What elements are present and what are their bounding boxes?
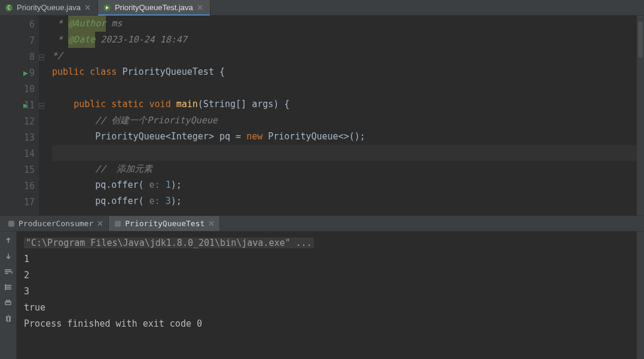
close-icon[interactable] xyxy=(197,4,204,11)
trash-icon[interactable] xyxy=(2,312,15,325)
class-icon: C xyxy=(5,4,13,12)
run-tab-producerconsumer[interactable]: ProducerConsumer xyxy=(2,216,109,231)
console-scrollbar[interactable] xyxy=(637,232,644,359)
svg-rect-8 xyxy=(8,221,14,227)
svg-text:C: C xyxy=(7,5,10,11)
run-tool-window: ProducerConsumer PriorityQueueTest "C:\P… xyxy=(0,215,644,359)
app-icon xyxy=(114,220,122,228)
console-line: 2 xyxy=(24,267,631,284)
close-icon[interactable] xyxy=(96,220,103,227)
close-icon[interactable] xyxy=(84,4,91,11)
run-toolbar xyxy=(0,232,17,359)
soft-wrap-icon[interactable] xyxy=(2,265,15,278)
app-icon xyxy=(7,220,16,228)
console-line: 3 xyxy=(24,284,631,300)
editor-tab-bar: C PriorityQueue.java PriorityQueueTest.j… xyxy=(0,0,644,16)
console-line: 1 xyxy=(24,251,631,267)
code-area[interactable]: * @Author ms * @Date 2023-10-24 18:47 */… xyxy=(39,16,644,215)
run-tab-label: ProducerConsumer xyxy=(19,219,93,228)
run-tab-label: PriorityQueueTest xyxy=(125,219,205,228)
svg-rect-9 xyxy=(115,221,121,227)
close-icon[interactable] xyxy=(207,220,215,227)
run-tab-bar: ProducerConsumer PriorityQueueTest xyxy=(0,216,644,232)
scroll-up-icon[interactable] xyxy=(2,234,15,247)
command-line: "C:\Program Files\Java\jdk1.8.0_201\bin\… xyxy=(24,238,314,248)
editor-area[interactable]: 6 7 8 9 10 11 12 13 14 15 16 17 * @Autho… xyxy=(0,16,644,215)
tab-priorityqueuetest[interactable]: PriorityQueueTest.java xyxy=(98,0,210,15)
scrollbar-thumb[interactable] xyxy=(638,22,643,57)
tab-label: PriorityQueue.java xyxy=(17,3,81,12)
editor-gutter: 6 7 8 9 10 11 12 13 14 15 16 17 xyxy=(0,16,39,215)
run-tab-priorityqueuetest[interactable]: PriorityQueueTest xyxy=(109,216,220,231)
run-icon[interactable] xyxy=(23,71,29,77)
print-icon[interactable] xyxy=(2,296,15,309)
console-line: true xyxy=(24,300,631,316)
editor-scrollbar[interactable] xyxy=(637,16,644,215)
svg-marker-5 xyxy=(23,71,28,76)
scroll-down-icon[interactable] xyxy=(2,250,15,263)
class-run-icon xyxy=(103,4,111,12)
console-output[interactable]: "C:\Program Files\Java\jdk1.8.0_201\bin\… xyxy=(17,232,637,359)
svg-marker-6 xyxy=(23,104,28,108)
console-line: Process finished with exit code 0 xyxy=(24,316,631,332)
tab-label: PriorityQueueTest.java xyxy=(115,3,193,12)
run-icon[interactable] xyxy=(23,103,29,109)
tab-priorityqueue[interactable]: C PriorityQueue.java xyxy=(0,0,98,15)
scroll-end-icon[interactable] xyxy=(2,281,15,294)
